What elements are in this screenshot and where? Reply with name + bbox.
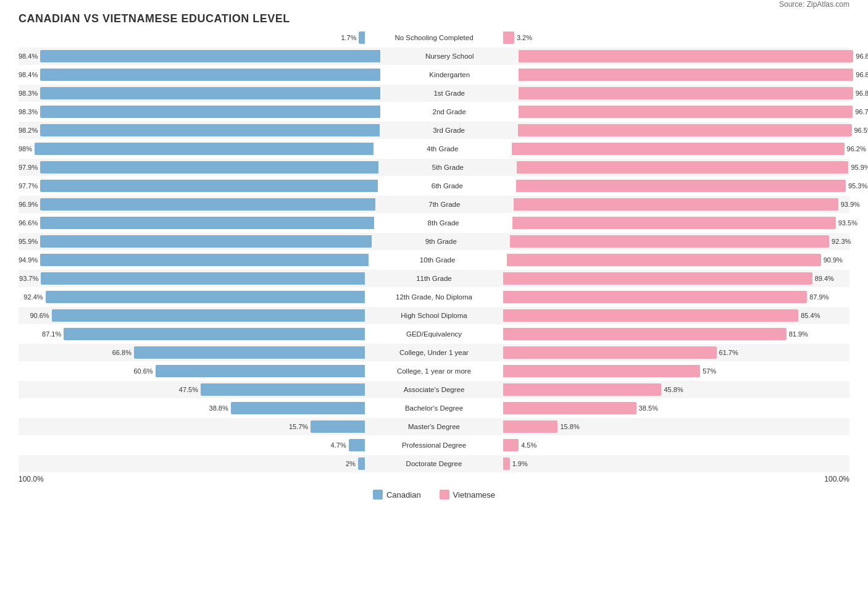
right-bar-container: 96.8%: [517, 87, 868, 99]
chart-row: 97.9%5th Grade95.9%: [19, 159, 849, 176]
chart-title: CANADIAN VS VIETNAMESE EDUCATION LEVEL: [19, 12, 290, 25]
right-bar-container: 1.9%: [502, 458, 849, 470]
left-bar: [349, 439, 365, 451]
right-bar-container: 95.3%: [515, 180, 867, 192]
row-label: Kindergarten: [382, 71, 517, 78]
row-label: High School Diploma: [366, 312, 502, 319]
chart-row: 47.5%Associate's Degree45.8%: [19, 381, 849, 398]
row-label: 8th Grade: [375, 219, 511, 227]
left-bar: [40, 180, 378, 192]
right-bar: [510, 235, 829, 248]
right-bar: [503, 31, 514, 44]
left-bar-container: 38.8%: [19, 402, 366, 414]
right-bar-container: 4.5%: [502, 439, 849, 451]
left-bar-container: 96.9%: [19, 198, 377, 211]
left-value: 98.3%: [19, 108, 38, 115]
right-bar: [512, 217, 836, 229]
row-label: 2nd Grade: [382, 108, 517, 115]
left-bar-container: 90.6%: [19, 309, 366, 322]
legend-vietnamese-box: [440, 490, 449, 500]
left-bar-container: 15.7%: [19, 420, 366, 433]
row-label: Associate's Degree: [366, 386, 502, 393]
left-bar: [231, 402, 365, 414]
row-label: Professional Degree: [366, 441, 502, 449]
right-bar-container: 90.9%: [506, 254, 849, 266]
source-label: Source: ZipAtlas.com: [779, 0, 849, 9]
right-value: 96.8%: [856, 90, 868, 97]
left-bar: [52, 309, 365, 322]
left-bar: [156, 365, 365, 377]
chart-row: 90.6%High School Diploma85.4%: [19, 307, 849, 324]
left-bar: [64, 328, 365, 340]
chart-row: 60.6%College, 1 year or more57%: [19, 362, 849, 380]
right-value: 96.2%: [847, 145, 866, 153]
axis-center-spacer: [366, 475, 502, 483]
right-bar: [519, 106, 853, 118]
row-label: No Schooling Completed: [366, 34, 502, 41]
left-value: 93.7%: [19, 275, 38, 282]
left-bar-container: 98.3%: [19, 87, 382, 99]
left-bar-container: 97.9%: [19, 161, 380, 173]
left-bar: [201, 383, 365, 396]
left-value: 94.9%: [19, 256, 38, 264]
chart-area: 1.7%No Schooling Completed3.2%98.4%Nurse…: [19, 29, 849, 472]
left-bar: [46, 291, 365, 303]
chart-row: 98.4%Kindergarten96.8%: [19, 66, 849, 83]
right-bar: [518, 124, 851, 136]
right-bar: [503, 420, 557, 433]
row-label: College, Under 1 year: [366, 349, 502, 356]
left-value: 47.5%: [179, 386, 198, 393]
right-bar-container: 45.8%: [502, 383, 849, 396]
left-bar-container: 96.6%: [19, 217, 375, 229]
chart-row: 98.2%3rd Grade96.5%: [19, 122, 849, 139]
chart-container: CANADIAN VS VIETNAMESE EDUCATION LEVEL S…: [0, 0, 868, 518]
right-value: 45.8%: [664, 386, 683, 393]
legend-canadian-label: Canadian: [386, 490, 421, 500]
right-bar: [503, 346, 717, 359]
right-bar-container: 15.8%: [502, 420, 849, 433]
left-bar-container: 4.7%: [19, 439, 366, 451]
right-bar: [514, 198, 838, 211]
left-bar-container: 93.7%: [19, 272, 366, 285]
row-label: 6th Grade: [379, 182, 515, 190]
left-bar: [40, 235, 372, 248]
chart-row: 96.9%7th Grade93.9%: [19, 196, 849, 213]
right-bar: [519, 69, 853, 81]
chart-row: 92.4%12th Grade, No Diploma87.9%: [19, 288, 849, 306]
left-value: 96.6%: [19, 219, 38, 227]
left-bar: [40, 161, 378, 173]
chart-row: 4.7%Professional Degree4.5%: [19, 437, 849, 454]
left-value: 38.8%: [209, 404, 228, 412]
right-value: 61.7%: [719, 349, 738, 356]
chart-row: 2%Doctorate Degree1.9%: [19, 455, 849, 472]
chart-row: 98.3%2nd Grade96.7%: [19, 103, 849, 120]
right-bar-container: 57%: [502, 365, 849, 377]
left-value: 2%: [346, 460, 356, 467]
right-value: 85.4%: [801, 312, 820, 319]
left-bar-container: 2%: [19, 458, 366, 470]
right-bar: [503, 383, 661, 396]
row-label: Doctorate Degree: [366, 460, 502, 467]
left-value: 92.4%: [23, 293, 43, 301]
left-bar-container: 92.4%: [19, 291, 366, 303]
left-bar-container: 94.9%: [19, 254, 370, 266]
row-label: 12th Grade, No Diploma: [366, 293, 502, 301]
right-value: 15.8%: [560, 423, 579, 430]
row-label: 7th Grade: [377, 201, 512, 208]
right-bar: [519, 50, 853, 62]
chart-row: 94.9%10th Grade90.9%: [19, 251, 849, 269]
left-bar: [41, 272, 365, 285]
left-bar: [40, 124, 380, 136]
row-label: 11th Grade: [366, 275, 502, 282]
right-bar-container: 93.9%: [512, 198, 860, 211]
axis-left-label: 100.0%: [19, 475, 366, 483]
left-bar: [40, 106, 380, 118]
left-bar: [40, 50, 380, 62]
left-bar: [40, 254, 368, 266]
axis-right-label: 100.0%: [502, 475, 849, 483]
chart-row: 1.7%No Schooling Completed3.2%: [19, 29, 849, 46]
left-bar-container: 47.5%: [19, 383, 366, 396]
chart-row: 15.7%Master's Degree15.8%: [19, 418, 849, 435]
left-value: 96.9%: [19, 201, 38, 208]
right-bar: [507, 254, 821, 266]
